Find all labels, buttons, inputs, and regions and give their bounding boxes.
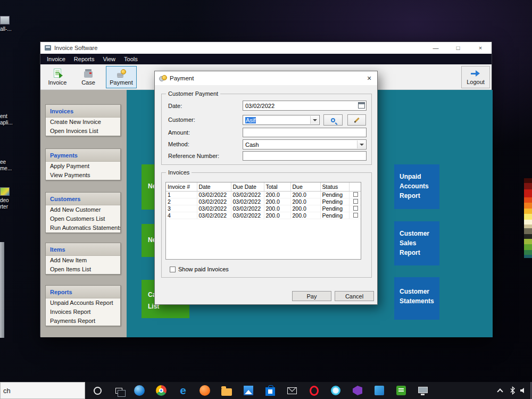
sidebar-item-open-invoices-list[interactable]: Open Invoices List: [46, 127, 120, 136]
sidebar-item-payments-report[interactable]: Payments Report: [46, 317, 120, 326]
tile-customer-statements[interactable]: Customer Statements: [394, 277, 439, 320]
column-date[interactable]: Date: [197, 182, 231, 191]
store-taskbar-button[interactable]: [264, 384, 277, 397]
cortana-button[interactable]: [91, 384, 104, 397]
row-checkbox[interactable]: [353, 206, 358, 211]
maximize-button[interactable]: □: [447, 42, 469, 54]
column-invoice-number[interactable]: Invoice #: [166, 182, 197, 191]
table-row[interactable]: 1 03/02/2022 03/02/2022 200.0 200.0 Pend…: [166, 191, 361, 198]
menu-invoice[interactable]: Invoice: [43, 55, 70, 63]
gold-coin-shape: [121, 69, 126, 74]
sidebar-item-add-new-item[interactable]: Add New Item: [46, 256, 120, 265]
minimize-button[interactable]: —: [425, 42, 447, 54]
method-label: Method:: [168, 141, 189, 147]
close-button[interactable]: ×: [469, 42, 492, 54]
computer-taskbar-button[interactable]: [417, 384, 429, 397]
menu-view[interactable]: View: [98, 55, 120, 63]
toolbar-case-button[interactable]: Case: [75, 66, 102, 88]
sidebar-item-unpaid-accounts-report[interactable]: Unpaid Accounts Report: [46, 298, 120, 307]
desktop-icon[interactable]: ee me...: [0, 159, 18, 172]
desktop-icon[interactable]: ent apli...: [0, 113, 18, 126]
toolbar-payment-button[interactable]: Payment: [106, 66, 137, 88]
notepad-taskbar-button[interactable]: [395, 384, 408, 397]
date-input[interactable]: 03/02/2022: [243, 101, 367, 111]
cell-due: 200.0: [290, 191, 320, 198]
taskbar-search-input[interactable]: ch: [0, 382, 85, 399]
sidebar-header-reports[interactable]: Reports: [46, 286, 120, 298]
store-icon: [265, 387, 275, 396]
xampp-taskbar-button[interactable]: [198, 384, 211, 397]
edge-legacy-taskbar-button[interactable]: e: [177, 384, 189, 397]
customer-combobox[interactable]: Asif: [243, 115, 320, 125]
row-checkbox[interactable]: [353, 213, 358, 218]
calendar-picker-icon[interactable]: [358, 102, 365, 109]
desktop-icon-label: me...: [0, 165, 18, 172]
taskbar-search-text: ch: [3, 387, 11, 395]
sidebar-item-view-payments[interactable]: View Payments: [46, 171, 120, 180]
mail-taskbar-button[interactable]: [286, 384, 298, 397]
sidebar-header-customers[interactable]: Customers: [46, 193, 120, 205]
tile-customer-sales-report[interactable]: Customer Sales Report: [394, 221, 439, 265]
pay-button[interactable]: Pay: [292, 291, 331, 301]
visual-studio-taskbar-button[interactable]: [351, 384, 364, 397]
task-view-button[interactable]: [112, 384, 125, 397]
column-status[interactable]: Status: [320, 182, 349, 191]
table-row[interactable]: 2 03/02/2022 03/02/2022 200.0 200.0 Pend…: [166, 198, 361, 205]
bluetooth-tray-button[interactable]: [506, 384, 519, 397]
toolbar-case-label: Case: [81, 79, 95, 86]
vscode-taskbar-button[interactable]: [373, 384, 386, 397]
combo-dropdown-button[interactable]: [357, 140, 365, 148]
column-total[interactable]: Total: [264, 182, 290, 191]
cell-total: 200.0: [264, 198, 290, 205]
sidebar-item-invoices-report[interactable]: Invoices Report: [46, 307, 120, 317]
photos-taskbar-button[interactable]: [242, 384, 255, 397]
method-select[interactable]: Cash: [243, 139, 367, 149]
browser-taskbar-button[interactable]: [329, 384, 342, 397]
dialog-titlebar[interactable]: Payment: [155, 71, 377, 85]
show-paid-checkbox[interactable]: [170, 267, 176, 272]
sidebar-item-apply-payment[interactable]: Apply Payment: [46, 162, 120, 171]
toolbar-invoice-button[interactable]: Invoice: [43, 66, 72, 88]
column-due[interactable]: Due: [290, 182, 320, 191]
amount-input[interactable]: [243, 128, 367, 137]
table-row[interactable]: 3 03/02/2022 03/02/2022 200.0 200.0 Pend…: [166, 205, 361, 212]
row-checkbox[interactable]: [353, 199, 358, 204]
opera-taskbar-button[interactable]: [307, 384, 320, 397]
sidebar-item-open-customers-list[interactable]: Open Customers List: [46, 214, 120, 223]
desktop-icon[interactable]: deo rter: [0, 187, 18, 210]
menu-reports[interactable]: Reports: [70, 55, 99, 63]
combo-dropdown-button[interactable]: [310, 116, 319, 124]
folder-taskbar-button[interactable]: [220, 384, 233, 397]
customer-value: Asif: [245, 117, 256, 123]
invoice-icon: [54, 69, 61, 78]
tile-unpaid-accounts-report[interactable]: Unpaid Accounts Report: [394, 164, 439, 209]
row-checkbox[interactable]: [353, 192, 358, 197]
cell-due-date: 03/02/2022: [231, 205, 264, 212]
customer-lookup-button[interactable]: [323, 114, 343, 126]
sidebar-header-items[interactable]: Items: [46, 243, 120, 256]
sidebar-item-add-new-customer[interactable]: Add New Customer: [46, 205, 120, 214]
menu-tools[interactable]: Tools: [120, 55, 142, 63]
sidebar-item-run-automatics-statements[interactable]: Run Automatics Statements: [46, 223, 120, 232]
window-titlebar[interactable]: Invoice Software: [40, 42, 492, 54]
volume-tray-button[interactable]: [518, 384, 530, 397]
edge-taskbar-button[interactable]: [133, 384, 146, 397]
cell-invoice-number: 2: [166, 198, 197, 205]
customer-edit-button[interactable]: [347, 114, 366, 126]
table-row[interactable]: 4 03/02/2022 03/02/2022 200.0 200.0 Pend…: [166, 212, 361, 219]
cancel-button[interactable]: Cancel: [335, 291, 374, 301]
toolbar-logout-button[interactable]: Logout: [461, 66, 490, 88]
reference-number-input[interactable]: [243, 151, 367, 161]
dialog-close-icon[interactable]: ×: [364, 73, 374, 83]
sidebar-item-open-items-list[interactable]: Open Items List: [46, 265, 120, 274]
mail-icon: [287, 387, 297, 394]
chrome-taskbar-button[interactable]: [155, 384, 168, 397]
desktop-icon[interactable]: all-...: [0, 16, 18, 32]
invoices-table[interactable]: Invoice # Date Due Date Total Due Status…: [165, 182, 361, 260]
sidebar-header-invoices[interactable]: Invoices: [46, 105, 120, 118]
tray-expand-button[interactable]: [494, 384, 506, 397]
sidebar-header-payments[interactable]: Payments: [46, 149, 120, 162]
column-due-date[interactable]: Due Date: [231, 182, 264, 191]
sidebar-item-create-new-invoice[interactable]: Create New Invoice: [46, 118, 120, 127]
task-view-icon: [115, 388, 122, 394]
